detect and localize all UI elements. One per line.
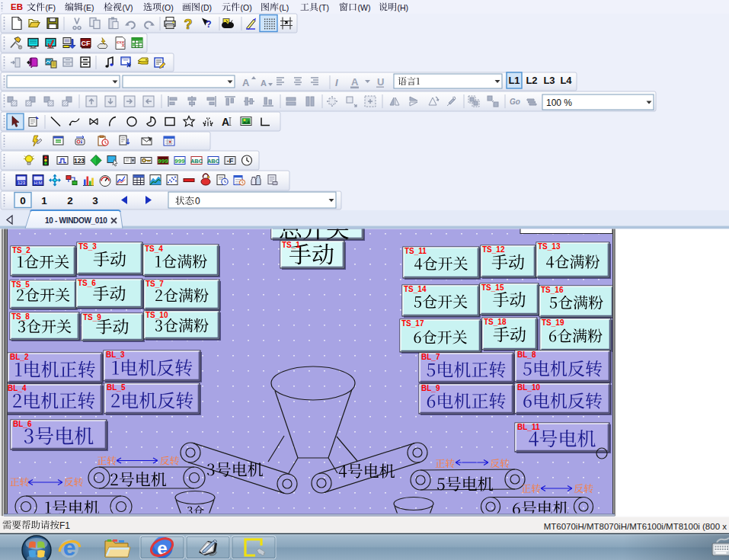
svg-text:0: 0	[195, 196, 200, 206]
svg-text:(E): (E)	[84, 3, 94, 12]
svg-text:TS_17: TS_17	[401, 319, 424, 328]
svg-text:L4: L4	[560, 75, 572, 86]
svg-text:I: I	[335, 77, 338, 88]
svg-text:(V): (V)	[123, 3, 133, 12]
svg-text:csv: csv	[117, 40, 125, 44]
svg-text:TS_11: TS_11	[404, 247, 427, 255]
svg-text:3: 3	[92, 195, 98, 206]
svg-text:(L): (L)	[280, 3, 289, 12]
svg-text:TS_15: TS_15	[481, 283, 504, 292]
svg-text:TS_14: TS_14	[404, 285, 427, 293]
svg-text:BL_7: BL_7	[421, 353, 440, 361]
svg-text:(W): (W)	[358, 3, 371, 12]
svg-text:2: 2	[67, 195, 73, 206]
svg-text:999: 999	[174, 158, 185, 165]
svg-text:TS_7: TS_7	[145, 280, 164, 288]
svg-text:TS_19: TS_19	[542, 318, 564, 327]
svg-text:(H): (H)	[398, 3, 409, 12]
svg-text:BL_4: BL_4	[8, 384, 27, 392]
svg-text:F1: F1	[59, 520, 70, 531]
svg-text:L2: L2	[526, 75, 537, 86]
svg-text:TS_12: TS_12	[482, 245, 505, 254]
svg-text:e: e	[63, 535, 76, 560]
svg-text:BL_3: BL_3	[106, 350, 125, 359]
svg-text:BL_5: BL_5	[107, 383, 126, 392]
svg-text:H:M: H:M	[34, 181, 43, 185]
svg-text:0: 0	[20, 195, 26, 206]
svg-text:ABC: ABC	[190, 158, 203, 165]
svg-text:BL_9: BL_9	[421, 384, 440, 392]
svg-text:L3: L3	[543, 75, 555, 86]
svg-text:A: A	[261, 78, 267, 88]
svg-text:U: U	[377, 76, 384, 88]
svg-text:EB: EB	[11, 2, 23, 11]
svg-text:(O): (O)	[241, 3, 252, 12]
svg-text:TS_5: TS_5	[11, 280, 30, 289]
svg-text:100 %: 100 %	[546, 98, 572, 108]
svg-text:123: 123	[18, 181, 26, 185]
svg-text:CF: CF	[82, 40, 91, 47]
svg-text:(O): (O)	[162, 3, 174, 12]
svg-text:TS_3: TS_3	[78, 242, 97, 251]
svg-text:BL_10: BL_10	[517, 383, 540, 392]
svg-text:123: 123	[74, 157, 85, 165]
svg-text:MT6070iH/MT8070iH/MT6100i/MT81: MT6070iH/MT8070iH/MT6100i/MT8100i (800 x	[544, 522, 727, 531]
svg-text:TS_16: TS_16	[541, 286, 564, 294]
svg-text:10 - WINDOW_010: 10 - WINDOW_010	[45, 216, 107, 225]
svg-text:TS_6: TS_6	[78, 279, 96, 287]
svg-text:TS_10: TS_10	[145, 311, 168, 319]
svg-text:TS_13: TS_13	[538, 242, 561, 251]
svg-text:999: 999	[158, 158, 168, 165]
svg-text:L1: L1	[508, 75, 520, 86]
svg-text:(D): (D)	[201, 3, 213, 12]
svg-text:BL_6: BL_6	[13, 420, 32, 428]
svg-text:TS_1: TS_1	[282, 241, 300, 249]
svg-text:TS_18: TS_18	[484, 318, 507, 326]
svg-text:TS_8: TS_8	[11, 312, 30, 321]
svg-text:?: ?	[184, 17, 193, 32]
svg-text:BL_2: BL_2	[10, 353, 29, 361]
svg-text:TS_2: TS_2	[12, 246, 30, 254]
svg-text:(T): (T)	[319, 3, 329, 12]
svg-text:Go: Go	[510, 98, 520, 106]
svg-text:?: ?	[206, 19, 211, 30]
svg-text:(F): (F)	[46, 3, 56, 12]
svg-text:TS_4: TS_4	[145, 245, 163, 253]
svg-text:BL_11: BL_11	[517, 423, 540, 431]
svg-text:TS_9: TS_9	[83, 313, 101, 322]
svg-text:A: A	[242, 77, 250, 88]
svg-text:-F: -F	[227, 157, 234, 165]
svg-text:1: 1	[41, 195, 47, 206]
svg-text:BL_8: BL_8	[517, 350, 536, 359]
svg-text:ABC: ABC	[207, 158, 220, 165]
svg-text:A: A	[222, 116, 229, 128]
svg-text:A: A	[351, 76, 359, 88]
